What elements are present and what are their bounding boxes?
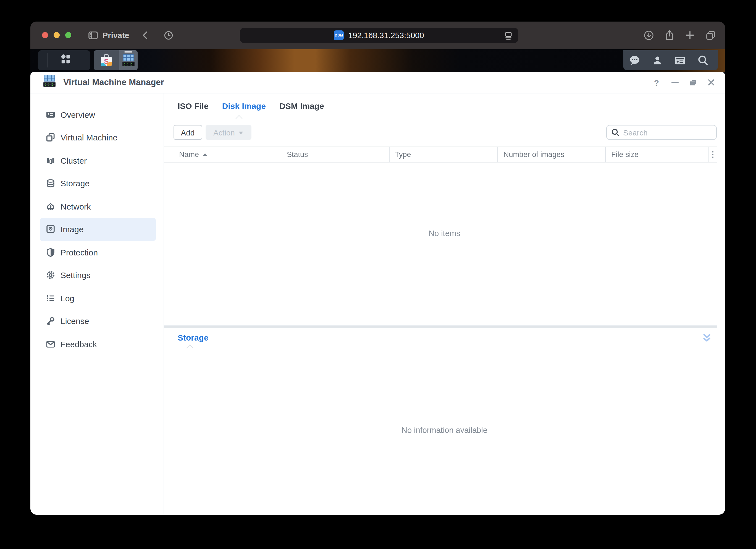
sidebar-item-label: Storage	[61, 179, 90, 188]
page-settings-icon[interactable]	[503, 30, 513, 40]
caret-down-icon	[239, 132, 243, 134]
kebab-menu-icon	[712, 151, 714, 158]
sidebar-item-image[interactable]: Image	[40, 218, 156, 241]
main-menu-button[interactable]	[59, 52, 72, 68]
column-header-name[interactable]: Name	[164, 147, 281, 162]
column-header-number-of-images[interactable]: Number of images	[498, 147, 606, 162]
share-icon[interactable]	[664, 30, 674, 41]
sidebar-item-protection[interactable]: Protection	[40, 241, 156, 264]
overview-icon	[46, 110, 55, 119]
search-box	[606, 125, 716, 140]
storage-section-header: Storage	[164, 328, 717, 348]
column-header-file-size[interactable]: File size	[606, 147, 709, 162]
close-window-button[interactable]	[42, 32, 48, 38]
vmm-sidebar: Overview Virtual Machine Cluster	[30, 93, 164, 515]
dsm-favicon: DSM	[334, 30, 344, 40]
url-text: 192.168.31.253:5000	[348, 31, 424, 40]
shield-icon	[46, 248, 55, 257]
sidebar-item-label: Cluster	[61, 156, 87, 165]
collapse-double-chevron-icon[interactable]	[702, 334, 711, 345]
vmm-app-icon	[42, 74, 57, 91]
close-button[interactable]	[707, 78, 716, 87]
sidebar-item-overview[interactable]: Overview	[40, 103, 156, 126]
user-account-icon[interactable]	[652, 55, 662, 65]
column-header-type[interactable]: Type	[389, 147, 498, 162]
gear-icon	[46, 270, 55, 280]
traffic-lights	[42, 32, 71, 38]
column-header-status[interactable]: Status	[281, 147, 389, 162]
vmm-titlebar: Virtual Machine Manager ?	[30, 72, 725, 93]
taskbar-tray	[623, 50, 718, 70]
sidebar-item-virtual-machine[interactable]: Virtual Machine	[40, 126, 156, 149]
new-tab-icon[interactable]	[684, 30, 695, 41]
browser-toolbar: Private DSM 192.168.31.253:5000	[30, 21, 725, 49]
sidebar-item-label: Virtual Machine	[61, 133, 117, 142]
sort-ascending-icon	[203, 153, 207, 156]
sidebar-item-label: Overview	[61, 110, 95, 119]
sidebar-toggle-icon[interactable]	[88, 30, 98, 40]
sidebar-item-label: License	[61, 317, 89, 326]
taskbar-divider	[48, 53, 48, 67]
key-icon	[46, 317, 55, 326]
zoom-window-button[interactable]	[65, 32, 71, 38]
network-icon	[46, 202, 55, 211]
sidebar-item-label: Network	[61, 202, 91, 211]
action-toolbar: Add Action	[164, 118, 725, 146]
add-button[interactable]: Add	[174, 125, 202, 140]
search-icon	[611, 128, 619, 136]
vmm-content: ISO File Disk Image DSM Image Add Action	[164, 93, 725, 515]
downloads-icon[interactable]	[643, 30, 654, 41]
tab-overview-icon[interactable]	[705, 30, 716, 41]
browser-actions	[643, 21, 716, 49]
sidebar-item-cluster[interactable]: Cluster	[40, 149, 156, 172]
sidebar-item-label: Image	[61, 225, 83, 234]
sidebar-item-storage[interactable]: Storage	[40, 172, 156, 195]
storage-icon	[46, 179, 55, 188]
list-icon	[46, 294, 55, 303]
storage-section-title: Storage	[178, 333, 209, 343]
tab-disk-image[interactable]: Disk Image	[222, 101, 266, 111]
back-button[interactable]	[141, 30, 149, 40]
storage-empty-message: No information available	[164, 348, 725, 515]
sidebar-item-label: Protection	[61, 248, 98, 257]
app-open-indicator	[124, 51, 132, 52]
search-icon[interactable]	[697, 55, 708, 66]
envelope-icon	[46, 340, 55, 349]
cluster-icon	[46, 156, 55, 165]
help-button[interactable]: ?	[652, 78, 661, 87]
history-clock-icon[interactable]	[164, 30, 174, 40]
package-center-app-button[interactable]: S	[94, 50, 119, 70]
safari-window: Private DSM 192.168.31.253:5000	[30, 21, 725, 515]
notifications-chat-icon[interactable]	[629, 55, 640, 66]
sidebar-item-feedback[interactable]: Feedback	[40, 333, 156, 356]
sidebar-item-license[interactable]: License	[40, 310, 156, 333]
dsm-desktop-strip: S	[30, 49, 725, 72]
table-header: Name Status Type Number of images File s…	[164, 146, 717, 162]
vmm-app-button-active[interactable]	[119, 50, 138, 70]
sidebar-item-settings[interactable]: Settings	[40, 264, 156, 287]
window-title: Virtual Machine Manager	[63, 77, 164, 87]
tab-dsm-image[interactable]: DSM Image	[279, 101, 324, 111]
search-input[interactable]	[623, 128, 712, 137]
widgets-icon[interactable]	[674, 55, 686, 65]
sidebar-item-network[interactable]: Network	[40, 195, 156, 218]
taskbar-left-block	[38, 50, 90, 70]
image-tabs: ISO File Disk Image DSM Image	[164, 93, 725, 118]
sidebar-item-log[interactable]: Log	[40, 287, 156, 310]
minimize-window-button[interactable]	[53, 32, 59, 38]
svg-text:S: S	[104, 57, 109, 65]
screen: Private DSM 192.168.31.253:5000	[0, 0, 756, 549]
sidebar-item-label: Log	[61, 294, 74, 303]
column-options-button[interactable]	[709, 147, 717, 162]
virtual-machine-icon	[46, 133, 55, 142]
sidebar-item-label: Settings	[61, 270, 90, 280]
empty-table-message: No items	[164, 162, 725, 325]
action-dropdown-button[interactable]: Action	[205, 125, 251, 140]
tab-iso-file[interactable]: ISO File	[178, 101, 209, 111]
vmm-window: Virtual Machine Manager ?	[30, 72, 725, 515]
url-field[interactable]: DSM 192.168.31.253:5000	[240, 27, 518, 43]
minimize-button[interactable]	[670, 78, 679, 87]
private-browsing-label: Private	[103, 31, 129, 40]
window-controls: ?	[652, 72, 716, 93]
maximize-button[interactable]	[688, 78, 698, 87]
